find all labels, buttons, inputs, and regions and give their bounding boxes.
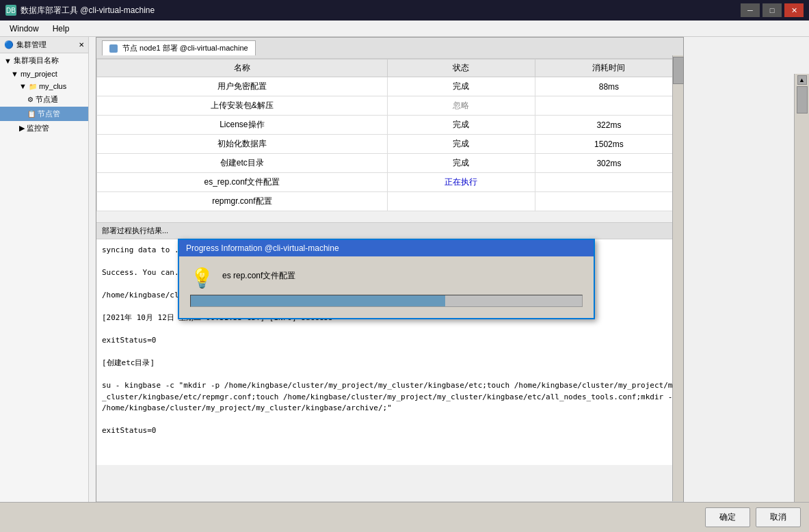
maximize-button[interactable]: □ [762, 3, 782, 17]
task-time-cell [535, 96, 682, 116]
task-status-cell: 忽略 [387, 96, 535, 116]
task-table-container: 名称 状态 消耗时间 用户免密配置完成88ms上传安装包&解压忽略License… [96, 59, 683, 223]
log-header: 部署过程执行结果... [96, 223, 683, 239]
app-title: 数据库部署工具 @cli-virtual-machine [21, 5, 741, 16]
expand-icon: ▼ [19, 82, 27, 90]
task-status-cell: 完成 [387, 135, 535, 154]
progress-dialog-title: Progress Information @cli-virtual-machin… [186, 243, 339, 253]
app-bottom-bar: 确定 取消 [0, 502, 809, 532]
bulb-icon: 💡 [190, 269, 214, 288]
table-row: 初始化数据库完成1502ms [97, 135, 683, 154]
tree-item-label: my_clus [39, 82, 66, 90]
node-icon: 📋 [27, 110, 36, 118]
task-status-cell: 完成 [387, 116, 535, 135]
deploy-window-header: 节点 node1 部署 @cli-virtual-machine [96, 38, 683, 59]
menu-window[interactable]: Window [3, 23, 46, 35]
menubar: Window Help [0, 21, 809, 37]
task-name-cell: 创建etc目录 [97, 154, 388, 173]
col-time: 消耗时间 [535, 59, 682, 77]
tree-item-monitoring[interactable]: ▶ 监控管 [0, 121, 88, 135]
task-status-cell: 完成 [387, 77, 535, 96]
task-time-cell [535, 192, 682, 211]
table-row: 创建etc目录完成302ms [97, 154, 683, 173]
task-time-cell: 88ms [535, 77, 682, 96]
scroll-up-button[interactable]: ▲ [797, 75, 807, 85]
minimize-button[interactable]: ─ [741, 3, 760, 17]
titlebar: DB 数据库部署工具 @cli-virtual-machine ─ □ ✕ [0, 0, 809, 21]
tree-item-label: 节点管 [38, 109, 60, 119]
window-controls: ─ □ ✕ [741, 3, 804, 17]
task-time-cell: 322ms [535, 116, 682, 135]
col-status: 状态 [387, 59, 535, 77]
tree-item-label: 节点通 [36, 94, 58, 105]
task-status-cell: 完成 [387, 154, 535, 173]
left-panel: 🔵 集群管理 ✕ ▼ 集群项目名称 ▼ my_project ▼ 📁 my_cl… [0, 37, 89, 532]
table-row: es_rep.conf文件配置正在执行 [97, 173, 683, 192]
task-name-cell: 上传安装包&解压 [97, 96, 388, 116]
task-name-cell: es_rep.conf文件配置 [97, 173, 388, 192]
scrollbar-thumb-right[interactable] [797, 86, 808, 114]
task-time-cell: 1502ms [535, 135, 682, 154]
table-row: 上传安装包&解压忽略 [97, 96, 683, 116]
task-time-cell [535, 173, 682, 192]
progress-dialog-body: 💡 es rep.conf文件配置 [179, 256, 594, 318]
expand-icon: ▶ [19, 124, 25, 133]
table-row: License操作完成322ms [97, 116, 683, 135]
table-row: 用户免密配置完成88ms [97, 77, 683, 96]
expand-icon: ▼ [11, 70, 18, 78]
tree-item-label: 集群项目名称 [14, 55, 59, 66]
tree-item-label: 监控管 [27, 123, 49, 133]
app-cancel-button[interactable]: 取消 [756, 507, 801, 527]
tree-item-label: my_project [21, 70, 57, 78]
task-table: 名称 状态 消耗时间 用户免密配置完成88ms上传安装包&解压忽略License… [96, 59, 683, 211]
task-name-cell: 初始化数据库 [97, 135, 388, 154]
deploy-tab[interactable]: 节点 node1 部署 @cli-virtual-machine [102, 40, 256, 55]
scrollbar-thumb[interactable] [673, 57, 684, 84]
close-button[interactable]: ✕ [784, 3, 804, 17]
app-icon: DB [5, 5, 16, 16]
task-status-cell [387, 192, 535, 211]
tree-item-myproject[interactable]: ▼ my_project [0, 68, 88, 80]
folder-icon: 📁 [29, 83, 37, 90]
progress-dialog-header: Progress Information @cli-virtual-machin… [179, 240, 594, 256]
progress-dialog: Progress Information @cli-virtual-machin… [178, 239, 595, 319]
task-time-cell: 302ms [535, 154, 682, 173]
cluster-management-label: 集群管理 [16, 40, 47, 50]
col-name: 名称 [97, 59, 388, 77]
progress-message: es rep.conf文件配置 [222, 267, 295, 282]
app-right-scrollbar[interactable]: ▲ ▼ [794, 74, 809, 532]
tree-item-mycluster[interactable]: ▼ 📁 my_clus [0, 80, 88, 92]
log-header-label: 部署过程执行结果... [102, 226, 168, 235]
progress-info-row: 💡 es rep.conf文件配置 [190, 267, 583, 288]
tab-icon [109, 44, 118, 53]
expand-icon: ▼ [4, 57, 12, 65]
task-status-cell: 正在执行 [387, 173, 535, 192]
tree-item-cluster[interactable]: ▼ 集群项目名称 [0, 53, 88, 68]
tree-item-nodecommunication[interactable]: ⚙ 节点通 [0, 92, 88, 107]
deploy-tab-label: 节点 node1 部署 @cli-virtual-machine [122, 44, 248, 52]
confirm-button[interactable]: 确定 [705, 507, 750, 527]
left-panel-header: 🔵 集群管理 ✕ [0, 37, 88, 53]
panel-close-icon[interactable]: ✕ [79, 41, 84, 49]
main-content: 节点 node1 部署 @cli-virtual-machine 名称 状态 消… [89, 37, 809, 532]
task-name-cell: 用户免密配置 [97, 77, 388, 96]
app-action-buttons: 确定 取消 [705, 507, 801, 527]
progress-bar-container [190, 295, 583, 307]
progress-bar-fill [191, 295, 445, 306]
table-row: repmgr.conf配置 [97, 192, 683, 211]
menu-help[interactable]: Help [46, 23, 77, 35]
deploy-scrollbar[interactable] [672, 55, 683, 501]
gear-icon: ⚙ [27, 96, 34, 103]
task-name-cell: repmgr.conf配置 [97, 192, 388, 211]
tree-item-nodemanagement[interactable]: 📋 节点管 [0, 107, 88, 121]
task-name-cell: License操作 [97, 116, 388, 135]
